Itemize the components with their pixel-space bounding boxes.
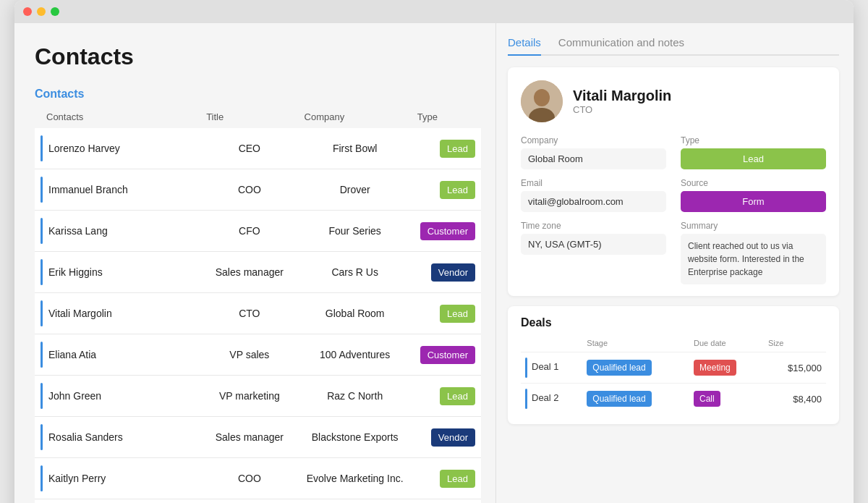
deal-due-badge: Meeting xyxy=(694,360,736,376)
summary-value: Client reached out to us via website for… xyxy=(681,234,826,284)
contact-indicator xyxy=(41,259,43,285)
table-row[interactable]: Eliana AtiaVP sales100 AdventuresCustome… xyxy=(35,334,481,376)
company-value: Global Room xyxy=(521,148,666,169)
contact-name: Lorenzo Harvey xyxy=(48,143,120,154)
contact-indicator xyxy=(41,218,43,244)
avatar xyxy=(521,80,563,122)
deal-size: $8,400 xyxy=(764,384,826,415)
table-row[interactable]: Kaitlyn PerryCOOEvolve Marketing Inc.Lea… xyxy=(35,458,481,499)
close-dot[interactable] xyxy=(23,7,32,16)
type-badge: Lead xyxy=(440,470,475,488)
contact-indicator xyxy=(41,465,43,491)
svg-point-1 xyxy=(534,89,550,106)
contact-title: COO xyxy=(200,458,298,499)
maximize-dot[interactable] xyxy=(51,7,59,16)
table-row[interactable]: John GreenVP marketingRaz C NorthLead xyxy=(35,376,481,417)
table-row[interactable]: Immanuel BranchCOODroverLead xyxy=(35,169,481,211)
contact-indicator xyxy=(41,342,43,368)
field-timezone: Time zone NY, USA (GMT-5) xyxy=(521,221,666,284)
contact-type: Lead xyxy=(412,128,481,169)
contact-name: Immanuel Branch xyxy=(48,184,128,195)
table-row[interactable]: Karissa LangCFOFour SeriesCustomer xyxy=(35,211,481,252)
contact-company: Global Room xyxy=(299,293,412,334)
source-label: Source xyxy=(681,178,826,188)
col-header-company: Company xyxy=(299,108,412,128)
field-summary: Summary Client reached out to us via web… xyxy=(681,221,826,284)
profile-row: Vitali Margolin CTO xyxy=(521,80,826,122)
contact-name-cell: Karissa Lang xyxy=(35,211,200,252)
main-content: Contacts Contacts Contacts Title Company… xyxy=(14,23,854,503)
contact-name: Rosalia Sanders xyxy=(48,431,123,443)
deal-row: Deal 1Qualified leadMeeting$15,000 xyxy=(521,352,826,384)
contacts-section-title: Contacts xyxy=(35,88,481,101)
deal-due: Meeting xyxy=(689,352,764,384)
table-row[interactable]: Caleb WrightCFOAdmiral Project & CoVendo… xyxy=(35,499,481,504)
timezone-value: NY, USA (GMT-5) xyxy=(521,234,666,255)
contact-role: CTO xyxy=(573,104,671,115)
deal-col-name xyxy=(521,337,582,352)
table-row[interactable]: Lorenzo HarveyCEOFirst BowlLead xyxy=(35,128,481,169)
tab-details[interactable]: Details xyxy=(508,36,541,56)
titlebar xyxy=(14,0,854,23)
timezone-label: Time zone xyxy=(521,221,666,231)
summary-label: Summary xyxy=(681,221,826,231)
contact-name: Vitali Margolin xyxy=(573,88,671,104)
deal-name: Deal 2 xyxy=(521,384,582,415)
detail-card: Vitali Margolin CTO Company Global Room … xyxy=(508,67,839,296)
contact-title: CFO xyxy=(200,211,298,252)
deal-row: Deal 2Qualified leadCall$8,400 xyxy=(521,384,826,415)
contact-indicator xyxy=(41,300,43,326)
field-email: Email vitali@globalroom.com xyxy=(521,178,666,212)
contact-type: Customer xyxy=(412,211,481,252)
contact-indicator xyxy=(41,135,43,161)
contact-name: Kaitlyn Perry xyxy=(48,473,106,484)
table-row[interactable]: Erik HigginsSales managerCars R UsVendor xyxy=(35,252,481,293)
deal-due-badge: Call xyxy=(694,391,720,407)
contact-name-cell: Lorenzo Harvey xyxy=(35,128,200,169)
deal-col-size: Size xyxy=(764,337,826,352)
contact-title: CFO xyxy=(200,499,298,504)
profile-info: Vitali Margolin CTO xyxy=(573,88,671,115)
table-row[interactable]: Vitali MargolinCTOGlobal RoomLead xyxy=(35,293,481,334)
company-label: Company xyxy=(521,135,666,145)
contact-name-cell: Immanuel Branch xyxy=(35,169,200,211)
right-panel: Details Communication and notes V xyxy=(495,23,854,503)
minimize-dot[interactable] xyxy=(37,7,46,16)
deal-col-stage: Stage xyxy=(582,337,689,352)
source-value: Form xyxy=(681,191,826,212)
contact-company: Blackstone Exports xyxy=(299,417,412,458)
deal-name: Deal 1 xyxy=(521,352,582,384)
contact-name: Eliana Atia xyxy=(48,349,96,360)
contact-title: VP marketing xyxy=(200,376,298,417)
deal-due: Call xyxy=(689,384,764,415)
contact-name-cell: Caleb Wright xyxy=(35,499,200,504)
contact-name: Vitali Margolin xyxy=(48,308,112,319)
contact-title: Sales manager xyxy=(200,417,298,458)
field-type: Type Lead xyxy=(681,135,826,169)
deal-stage: Qualified lead xyxy=(582,352,689,384)
contact-name-cell: Eliana Atia xyxy=(35,334,200,376)
contact-name: Erik Higgins xyxy=(48,266,103,278)
col-header-type: Type xyxy=(412,108,481,128)
deals-table: Stage Due date Size Deal 1Qualified lead… xyxy=(521,337,826,414)
deal-stage-badge: Qualified lead xyxy=(587,391,651,407)
detail-grid: Company Global Room Type Lead Email vita… xyxy=(521,135,826,284)
contact-indicator xyxy=(41,424,43,450)
contact-company: First Bowl xyxy=(299,128,412,169)
deal-indicator xyxy=(525,358,527,378)
type-badge: Lead xyxy=(440,181,475,199)
contact-title: COO xyxy=(200,169,298,211)
contact-indicator xyxy=(41,383,43,409)
field-source: Source Form xyxy=(681,178,826,212)
table-row[interactable]: Rosalia SandersSales managerBlackstone E… xyxy=(35,417,481,458)
left-panel: Contacts Contacts Contacts Title Company… xyxy=(14,23,495,503)
deal-col-due: Due date xyxy=(689,337,764,352)
tab-communication[interactable]: Communication and notes xyxy=(558,36,684,56)
contact-title: CTO xyxy=(200,293,298,334)
type-badge: Lead xyxy=(440,140,475,158)
contact-type: Vendor xyxy=(412,252,481,293)
contact-title: CEO xyxy=(200,128,298,169)
type-value: Lead xyxy=(681,148,826,169)
contact-name-cell: Erik Higgins xyxy=(35,252,200,293)
col-header-title: Title xyxy=(200,108,298,128)
